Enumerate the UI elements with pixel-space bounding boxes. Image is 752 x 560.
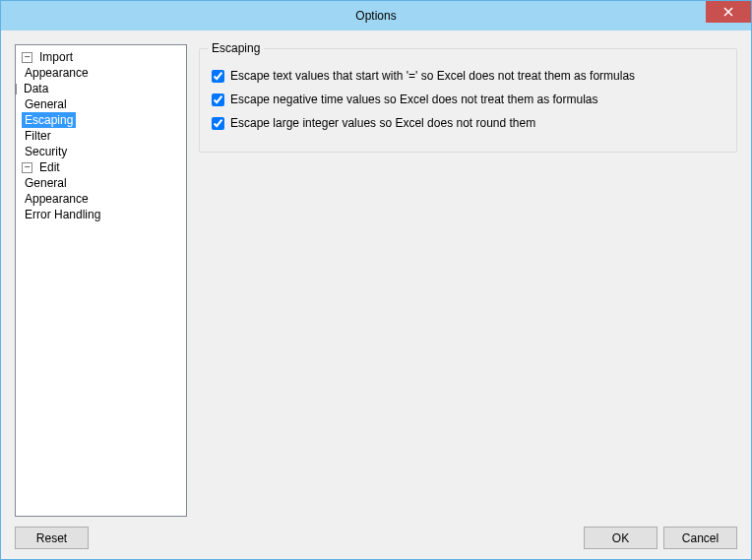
tree-label-import[interactable]: Import	[36, 49, 76, 65]
content-panel: Escaping Escape text values that start w…	[199, 44, 737, 517]
escaping-groupbox: Escaping Escape text values that start w…	[199, 48, 737, 153]
tree-node-edit[interactable]: − Edit General Appearance	[18, 159, 184, 222]
tree-node-data-escaping[interactable]: Escaping	[18, 112, 184, 128]
body-area: − Import Appearance −	[15, 44, 737, 517]
check-escape-large-int[interactable]: Escape large integer values so Excel doe…	[212, 116, 724, 130]
tree-node-import-appearance[interactable]: Appearance	[18, 65, 184, 81]
tree-label-data[interactable]: Data	[21, 81, 51, 96]
button-row: Reset OK Cancel	[15, 527, 737, 549]
check-label-escape-large-int: Escape large integer values so Excel doe…	[230, 116, 535, 130]
check-label-escape-equals: Escape text values that start with '=' s…	[230, 69, 635, 83]
tree-label-security[interactable]: Security	[22, 144, 70, 159]
titlebar: Options	[1, 1, 751, 31]
checkbox-escape-equals[interactable]	[212, 70, 224, 83]
reset-button[interactable]: Reset	[15, 527, 89, 549]
tree-toggle-edit[interactable]: −	[22, 162, 32, 173]
tree-node-filter[interactable]: Filter	[18, 128, 184, 144]
options-window: Options − Import Appearanc	[0, 0, 752, 560]
tree-toggle-import[interactable]: −	[22, 52, 32, 63]
close-icon	[723, 7, 733, 17]
tree-node-edit-general[interactable]: General	[18, 175, 184, 191]
tree-label-import-appearance[interactable]: Appearance	[22, 65, 92, 81]
check-label-escape-negative-time: Escape negative time values so Excel doe…	[230, 93, 598, 106]
tree-label-edit-appearance[interactable]: Appearance	[22, 191, 92, 207]
close-button[interactable]	[706, 1, 751, 23]
check-escape-negative-time[interactable]: Escape negative time values so Excel doe…	[212, 93, 724, 106]
checkbox-escape-large-int[interactable]	[212, 117, 224, 130]
ok-button[interactable]: OK	[584, 527, 658, 549]
tree-label-data-escaping[interactable]: Escaping	[22, 112, 76, 128]
tree-label-data-general[interactable]: General	[22, 96, 70, 112]
tree-node-data-general[interactable]: General	[18, 96, 184, 112]
checkbox-escape-negative-time[interactable]	[212, 93, 224, 106]
nav-tree[interactable]: − Import Appearance −	[15, 44, 187, 517]
tree-label-filter[interactable]: Filter	[22, 128, 54, 144]
window-title: Options	[355, 9, 396, 23]
cancel-button[interactable]: Cancel	[663, 527, 737, 549]
tree-label-edit[interactable]: Edit	[36, 159, 63, 175]
tree-node-edit-errorhandling[interactable]: Error Handling	[18, 207, 184, 222]
tree-node-edit-appearance[interactable]: Appearance	[18, 191, 184, 207]
client-area: − Import Appearance −	[1, 31, 751, 559]
tree-toggle-data[interactable]: −	[15, 84, 17, 94]
tree-node-import[interactable]: − Import Appearance −	[18, 49, 184, 159]
tree-node-security[interactable]: Security	[18, 144, 184, 159]
check-escape-equals[interactable]: Escape text values that start with '=' s…	[212, 69, 724, 83]
groupbox-title: Escaping	[208, 41, 264, 55]
tree-node-data[interactable]: − Data General	[18, 81, 184, 128]
tree-label-edit-general[interactable]: General	[22, 175, 70, 191]
tree-label-edit-errorhandling[interactable]: Error Handling	[22, 207, 103, 222]
